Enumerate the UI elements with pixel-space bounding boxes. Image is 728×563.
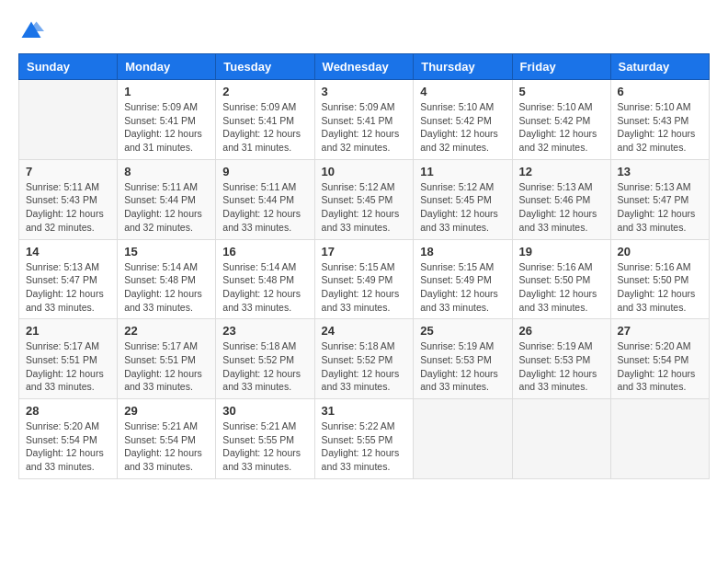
header-cell-saturday: Saturday <box>610 54 709 80</box>
calendar-cell: 16Sunrise: 5:14 AM Sunset: 5:48 PM Dayli… <box>216 239 314 319</box>
day-info: Sunrise: 5:18 AM Sunset: 5:52 PM Dayligh… <box>322 339 407 394</box>
day-info: Sunrise: 5:14 AM Sunset: 5:48 PM Dayligh… <box>222 260 307 315</box>
day-info: Sunrise: 5:17 AM Sunset: 5:51 PM Dayligh… <box>26 339 110 394</box>
day-number: 20 <box>618 245 702 259</box>
calendar-cell: 8Sunrise: 5:11 AM Sunset: 5:44 PM Daylig… <box>118 159 216 239</box>
calendar-cell <box>610 399 709 479</box>
calendar-cell: 31Sunrise: 5:22 AM Sunset: 5:55 PM Dayli… <box>314 399 414 479</box>
day-number: 1 <box>124 85 209 98</box>
day-info: Sunrise: 5:21 AM Sunset: 5:55 PM Dayligh… <box>222 419 307 474</box>
day-info: Sunrise: 5:17 AM Sunset: 5:51 PM Dayligh… <box>124 339 209 394</box>
calendar-cell: 9Sunrise: 5:11 AM Sunset: 5:44 PM Daylig… <box>216 159 314 239</box>
calendar-cell: 30Sunrise: 5:21 AM Sunset: 5:55 PM Dayli… <box>216 399 314 479</box>
day-number: 4 <box>420 85 505 98</box>
day-number: 21 <box>26 324 110 338</box>
day-info: Sunrise: 5:12 AM Sunset: 5:45 PM Dayligh… <box>420 180 505 235</box>
day-info: Sunrise: 5:20 AM Sunset: 5:54 PM Dayligh… <box>26 419 110 474</box>
day-number: 3 <box>322 85 407 98</box>
day-number: 2 <box>222 85 307 98</box>
header <box>18 18 710 44</box>
day-number: 16 <box>222 245 307 259</box>
day-number: 31 <box>322 404 407 418</box>
day-info: Sunrise: 5:20 AM Sunset: 5:54 PM Dayligh… <box>618 339 702 394</box>
day-info: Sunrise: 5:13 AM Sunset: 5:47 PM Dayligh… <box>26 260 110 315</box>
calendar-cell: 17Sunrise: 5:15 AM Sunset: 5:49 PM Dayli… <box>314 239 414 319</box>
day-number: 28 <box>26 404 110 418</box>
day-info: Sunrise: 5:15 AM Sunset: 5:49 PM Dayligh… <box>420 260 505 315</box>
day-number: 14 <box>26 245 110 259</box>
day-info: Sunrise: 5:19 AM Sunset: 5:53 PM Dayligh… <box>519 339 604 394</box>
day-info: Sunrise: 5:14 AM Sunset: 5:48 PM Dayligh… <box>124 260 209 315</box>
day-number: 9 <box>222 165 307 178</box>
day-info: Sunrise: 5:09 AM Sunset: 5:41 PM Dayligh… <box>222 100 307 155</box>
calendar-cell: 27Sunrise: 5:20 AM Sunset: 5:54 PM Dayli… <box>610 319 709 399</box>
logo <box>18 18 48 44</box>
calendar-cell: 23Sunrise: 5:18 AM Sunset: 5:52 PM Dayli… <box>216 319 314 399</box>
calendar-week-row: 28Sunrise: 5:20 AM Sunset: 5:54 PM Dayli… <box>19 399 710 479</box>
day-info: Sunrise: 5:18 AM Sunset: 5:52 PM Dayligh… <box>222 339 307 394</box>
calendar-week-row: 7Sunrise: 5:11 AM Sunset: 5:43 PM Daylig… <box>19 159 710 239</box>
calendar-cell: 28Sunrise: 5:20 AM Sunset: 5:54 PM Dayli… <box>19 399 118 479</box>
day-info: Sunrise: 5:16 AM Sunset: 5:50 PM Dayligh… <box>519 260 604 315</box>
calendar-cell: 6Sunrise: 5:10 AM Sunset: 5:43 PM Daylig… <box>610 80 709 160</box>
day-number: 10 <box>322 165 407 178</box>
header-cell-thursday: Thursday <box>414 54 512 80</box>
day-info: Sunrise: 5:11 AM Sunset: 5:44 PM Dayligh… <box>124 180 209 235</box>
calendar-cell: 13Sunrise: 5:13 AM Sunset: 5:47 PM Dayli… <box>610 159 709 239</box>
day-number: 19 <box>519 245 604 259</box>
day-number: 17 <box>322 245 407 259</box>
day-info: Sunrise: 5:13 AM Sunset: 5:47 PM Dayligh… <box>618 180 702 235</box>
day-number: 26 <box>519 324 604 338</box>
calendar-week-row: 21Sunrise: 5:17 AM Sunset: 5:51 PM Dayli… <box>19 319 710 399</box>
calendar-cell: 14Sunrise: 5:13 AM Sunset: 5:47 PM Dayli… <box>19 239 118 319</box>
day-number: 5 <box>519 85 604 98</box>
day-number: 18 <box>420 245 505 259</box>
calendar-week-row: 14Sunrise: 5:13 AM Sunset: 5:47 PM Dayli… <box>19 239 710 319</box>
day-info: Sunrise: 5:11 AM Sunset: 5:43 PM Dayligh… <box>26 180 110 235</box>
day-info: Sunrise: 5:10 AM Sunset: 5:42 PM Dayligh… <box>519 100 604 155</box>
header-cell-tuesday: Tuesday <box>216 54 314 80</box>
day-info: Sunrise: 5:21 AM Sunset: 5:54 PM Dayligh… <box>124 419 209 474</box>
day-info: Sunrise: 5:22 AM Sunset: 5:55 PM Dayligh… <box>322 419 407 474</box>
calendar-cell: 24Sunrise: 5:18 AM Sunset: 5:52 PM Dayli… <box>314 319 414 399</box>
header-cell-sunday: Sunday <box>19 54 118 80</box>
calendar-cell: 12Sunrise: 5:13 AM Sunset: 5:46 PM Dayli… <box>512 159 610 239</box>
day-number: 6 <box>618 85 702 98</box>
day-number: 25 <box>420 324 505 338</box>
day-number: 11 <box>420 165 505 178</box>
calendar-cell: 2Sunrise: 5:09 AM Sunset: 5:41 PM Daylig… <box>216 80 314 160</box>
day-number: 8 <box>124 165 209 178</box>
calendar-cell: 5Sunrise: 5:10 AM Sunset: 5:42 PM Daylig… <box>512 80 610 160</box>
calendar-cell: 1Sunrise: 5:09 AM Sunset: 5:41 PM Daylig… <box>118 80 216 160</box>
calendar-cell: 29Sunrise: 5:21 AM Sunset: 5:54 PM Dayli… <box>118 399 216 479</box>
calendar-cell: 15Sunrise: 5:14 AM Sunset: 5:48 PM Dayli… <box>118 239 216 319</box>
day-info: Sunrise: 5:09 AM Sunset: 5:41 PM Dayligh… <box>322 100 407 155</box>
calendar-cell: 19Sunrise: 5:16 AM Sunset: 5:50 PM Dayli… <box>512 239 610 319</box>
day-number: 22 <box>124 324 209 338</box>
day-number: 23 <box>222 324 307 338</box>
calendar-cell <box>414 399 512 479</box>
calendar-header-row: SundayMondayTuesdayWednesdayThursdayFrid… <box>19 54 710 80</box>
calendar-cell: 11Sunrise: 5:12 AM Sunset: 5:45 PM Dayli… <box>414 159 512 239</box>
calendar-cell: 26Sunrise: 5:19 AM Sunset: 5:53 PM Dayli… <box>512 319 610 399</box>
day-info: Sunrise: 5:11 AM Sunset: 5:44 PM Dayligh… <box>222 180 307 235</box>
day-info: Sunrise: 5:15 AM Sunset: 5:49 PM Dayligh… <box>322 260 407 315</box>
day-number: 13 <box>618 165 702 178</box>
day-number: 30 <box>222 404 307 418</box>
calendar-cell: 4Sunrise: 5:10 AM Sunset: 5:42 PM Daylig… <box>414 80 512 160</box>
calendar-cell: 25Sunrise: 5:19 AM Sunset: 5:53 PM Dayli… <box>414 319 512 399</box>
day-info: Sunrise: 5:10 AM Sunset: 5:42 PM Dayligh… <box>420 100 505 155</box>
day-info: Sunrise: 5:12 AM Sunset: 5:45 PM Dayligh… <box>322 180 407 235</box>
calendar-cell: 20Sunrise: 5:16 AM Sunset: 5:50 PM Dayli… <box>610 239 709 319</box>
day-number: 7 <box>26 165 110 178</box>
header-cell-monday: Monday <box>118 54 216 80</box>
calendar-cell: 3Sunrise: 5:09 AM Sunset: 5:41 PM Daylig… <box>314 80 414 160</box>
calendar-cell: 18Sunrise: 5:15 AM Sunset: 5:49 PM Dayli… <box>414 239 512 319</box>
day-number: 12 <box>519 165 604 178</box>
calendar-table: SundayMondayTuesdayWednesdayThursdayFrid… <box>18 53 710 479</box>
calendar-cell <box>19 80 118 160</box>
day-number: 15 <box>124 245 209 259</box>
day-info: Sunrise: 5:10 AM Sunset: 5:43 PM Dayligh… <box>618 100 702 155</box>
day-number: 29 <box>124 404 209 418</box>
day-info: Sunrise: 5:09 AM Sunset: 5:41 PM Dayligh… <box>124 100 209 155</box>
